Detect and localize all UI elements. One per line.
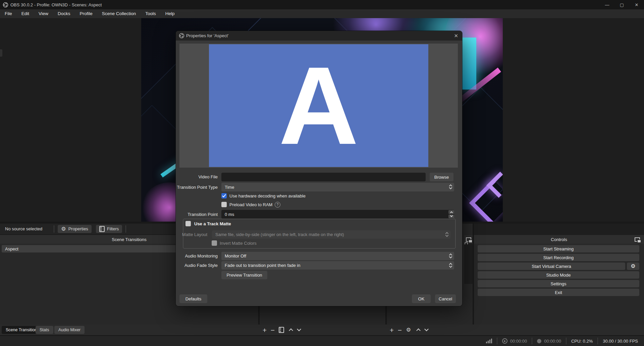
remove-source-button[interactable]: − (269, 326, 276, 334)
popout-icon[interactable] (635, 237, 640, 242)
menu-view[interactable]: View (34, 9, 53, 18)
use-hardware-decoding-checkbox[interactable] (221, 193, 227, 198)
bottom-tab-strip: Scene Transitions Stats Audio Mixer + − … (0, 325, 644, 335)
menu-file[interactable]: File (0, 9, 17, 18)
start-recording-button[interactable]: Start Recording (478, 254, 639, 261)
move-source-up-button[interactable] (287, 326, 294, 334)
controls-dock-header: Controls (474, 235, 644, 244)
browse-button[interactable]: Browse (430, 173, 453, 181)
defaults-button[interactable]: Defaults (179, 294, 207, 303)
source-filters-button[interactable] (278, 326, 285, 334)
move-mixer-up-button[interactable] (415, 326, 422, 334)
add-source-button[interactable]: + (261, 326, 268, 334)
close-button[interactable]: ✕ (629, 0, 644, 9)
virtual-camera-settings-button[interactable]: ⚙ (627, 263, 639, 270)
transition-preview-image: A (209, 44, 428, 167)
audio-monitoring-select[interactable]: Monitor Off (221, 252, 454, 260)
ok-button[interactable]: OK (412, 294, 431, 303)
properties-button[interactable]: ⚙ Properties (58, 225, 92, 233)
controls-dock-title: Controls (551, 237, 567, 242)
invert-matte-colors-label: Invert Matte Colors (220, 241, 257, 246)
start-virtual-camera-label: Start Virtual Camera (532, 264, 571, 269)
start-streaming-label: Start Streaming (543, 246, 574, 251)
popout-icon[interactable] (466, 237, 471, 242)
fps-indicator: 30.00 / 30.00 FPS (603, 339, 638, 344)
properties-button-label: Properties (68, 226, 88, 231)
spin-up-button[interactable] (448, 210, 454, 214)
move-source-down-button[interactable] (295, 326, 303, 334)
start-virtual-camera-button[interactable]: Start Virtual Camera (478, 263, 625, 270)
transition-point-type-select[interactable]: Time (221, 183, 454, 191)
tab-label: Scene Transitions (6, 328, 39, 332)
window-title: OBS 30.0.2 - Profile: OWN3D - Scenes: As… (10, 2, 102, 7)
transition-point-spinbox[interactable]: 0 ms (221, 210, 454, 219)
preload-video-checkbox[interactable] (221, 202, 227, 207)
transition-point-label: Transition Point (176, 212, 218, 217)
combo-arrows-icon (449, 253, 452, 259)
toolbar-separator (54, 225, 54, 233)
preview-transition-label: Preview Transition (226, 273, 262, 278)
signal-bars-icon (486, 339, 492, 343)
tab-audio-mixer[interactable]: Audio Mixer (54, 326, 85, 334)
window-titlebar: OBS 30.0.2 - Profile: OWN3D - Scenes: As… (0, 0, 644, 9)
plus-icon: + (263, 327, 267, 334)
properties-dialog: Properties for 'Aspect' ✕ A Video File B… (176, 31, 462, 306)
start-recording-label: Start Recording (543, 255, 574, 260)
studio-mode-button[interactable]: Studio Mode (478, 271, 639, 279)
transition-point-type-value: Time (225, 185, 234, 190)
menu-profile[interactable]: Profile (75, 9, 97, 18)
scene-transitions-dock-title: Scene Transitions (112, 237, 146, 242)
menu-tools[interactable]: Tools (141, 9, 161, 18)
gear-icon: ⚙ (406, 327, 411, 333)
ok-label: OK (418, 296, 425, 301)
transition-point-spinner (448, 210, 454, 218)
use-track-matte-checkbox[interactable] (185, 221, 191, 226)
obs-logo-icon (179, 33, 184, 39)
combo-arrows-icon (449, 263, 452, 268)
minimize-button[interactable]: — (600, 0, 614, 9)
remove-mixer-button[interactable]: − (396, 326, 404, 334)
matte-layout-value: Same file, side-by-side (stinger on the … (215, 232, 344, 237)
settings-button[interactable]: Settings (478, 280, 639, 287)
filters-button[interactable]: Filters (96, 225, 122, 233)
start-streaming-button[interactable]: Start Streaming (478, 245, 639, 252)
combo-arrows-icon (446, 232, 448, 237)
narrow-dock-sliver (464, 224, 473, 325)
mixer-settings-button[interactable]: ⚙ (405, 326, 412, 334)
add-mixer-button[interactable]: + (388, 326, 395, 334)
preview-letter: A (279, 57, 359, 154)
dialog-close-icon[interactable]: ✕ (454, 31, 458, 41)
transition-point-value: 0 ms (225, 212, 234, 217)
tab-label: Audio Mixer (58, 328, 80, 332)
cancel-button[interactable]: Cancel (435, 294, 456, 303)
audio-fade-style-select[interactable]: Fade out to transition point then fade i… (221, 261, 454, 270)
exit-label: Exit (555, 290, 562, 295)
exit-button[interactable]: Exit (478, 289, 639, 296)
use-track-matte-label: Use a Track Matte (194, 221, 231, 226)
chevron-down-icon (297, 327, 301, 331)
cancel-label: Cancel (439, 296, 452, 301)
chevron-up-icon (289, 328, 293, 333)
spin-down-button[interactable] (448, 215, 454, 218)
obs-logo-icon (3, 2, 8, 8)
statusbar-separator (597, 338, 598, 344)
maximize-button[interactable]: ▢ (614, 0, 629, 9)
help-icon[interactable] (275, 202, 280, 208)
audio-monitoring-value: Monitor Off (225, 253, 246, 258)
matte-layout-select: Same file, side-by-side (stinger on the … (212, 230, 450, 239)
stream-time: 00:00:00 (510, 339, 527, 344)
preview-transition-button[interactable]: Preview Transition (221, 271, 267, 279)
dialog-title: Properties for 'Aspect' (186, 33, 228, 38)
tab-label: Stats (40, 328, 49, 332)
collapsed-dock-handle[interactable] (0, 49, 2, 57)
menu-help[interactable]: Help (161, 9, 179, 18)
video-file-input[interactable] (221, 173, 426, 181)
menu-edit[interactable]: Edit (17, 9, 34, 18)
menu-scene-collection[interactable]: Scene Collection (97, 9, 141, 18)
statusbar-separator (497, 338, 497, 344)
chevron-up-icon (416, 328, 421, 333)
menu-docks[interactable]: Docks (53, 9, 75, 18)
studio-mode-label: Studio Mode (546, 273, 571, 278)
tab-stats[interactable]: Stats (36, 326, 53, 334)
move-mixer-down-button[interactable] (423, 326, 430, 334)
